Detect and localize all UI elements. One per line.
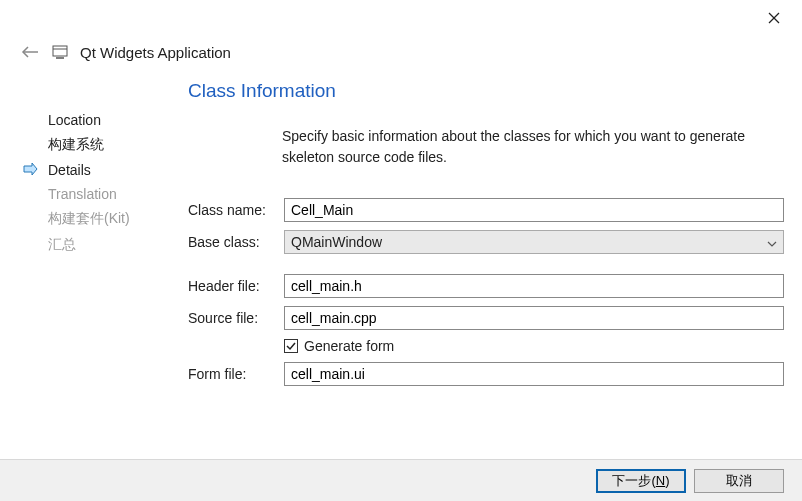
select-base-class-value: QMainWindow [291, 234, 382, 250]
page-description: Specify basic information about the clas… [282, 126, 772, 168]
sidebar-item-location[interactable]: Location [48, 108, 188, 132]
input-source-file[interactable] [284, 306, 784, 330]
next-button-label: 下一步(N) [612, 473, 669, 488]
svg-marker-6 [24, 163, 37, 175]
sidebar-item-details[interactable]: Details [48, 158, 188, 182]
input-form-file[interactable] [284, 362, 784, 386]
label-class-name: Class name: [188, 202, 284, 218]
checkmark-icon [286, 341, 296, 351]
content: Class Information Specify basic informat… [188, 80, 784, 459]
titlebar [0, 0, 802, 38]
svg-rect-3 [53, 46, 67, 56]
label-generate-form: Generate form [304, 338, 394, 354]
sidebar-item-label: 汇总 [48, 236, 76, 252]
sidebar-item-label: Translation [48, 186, 117, 202]
header: Qt Widgets Application [0, 38, 802, 80]
current-step-icon [22, 162, 38, 179]
label-base-class: Base class: [188, 234, 284, 250]
row-header-file: Header file: [188, 274, 784, 298]
input-header-file[interactable] [284, 274, 784, 298]
row-generate-form: Generate form [284, 338, 784, 354]
chevron-down-icon [767, 234, 777, 250]
page-title: Class Information [188, 80, 784, 102]
label-header-file: Header file: [188, 278, 284, 294]
sidebar-item-label: 构建套件(Kit) [48, 210, 130, 226]
wizard-title: Qt Widgets Application [80, 44, 231, 61]
label-source-file: Source file: [188, 310, 284, 326]
row-base-class: Base class: QMainWindow [188, 230, 784, 254]
app-icon [52, 44, 68, 60]
next-button[interactable]: 下一步(N) [596, 469, 686, 493]
input-class-name[interactable] [284, 198, 784, 222]
cancel-button[interactable]: 取消 [694, 469, 784, 493]
label-form-file: Form file: [188, 366, 284, 382]
close-icon [768, 12, 780, 24]
sidebar-item-summary: 汇总 [48, 232, 188, 258]
arrow-left-icon [21, 45, 39, 59]
row-class-name: Class name: [188, 198, 784, 222]
sidebar-item-label: Location [48, 112, 101, 128]
sidebar-item-build-system[interactable]: 构建系统 [48, 132, 188, 158]
sidebar-item-label: Details [48, 162, 91, 178]
wizard-window: Qt Widgets Application Location 构建系统 Det… [0, 0, 802, 501]
back-button[interactable] [20, 42, 40, 62]
close-button[interactable] [754, 4, 794, 32]
body: Location 构建系统 Details Translation 构建套件(K… [0, 80, 802, 459]
sidebar: Location 构建系统 Details Translation 构建套件(K… [48, 80, 188, 459]
sidebar-item-kits: 构建套件(Kit) [48, 206, 188, 232]
sidebar-item-label: 构建系统 [48, 136, 104, 152]
checkbox-generate-form[interactable] [284, 339, 298, 353]
footer: 下一步(N) 取消 [0, 459, 802, 501]
select-base-class[interactable]: QMainWindow [284, 230, 784, 254]
sidebar-item-translation: Translation [48, 182, 188, 206]
row-source-file: Source file: [188, 306, 784, 330]
row-form-file: Form file: [188, 362, 784, 386]
